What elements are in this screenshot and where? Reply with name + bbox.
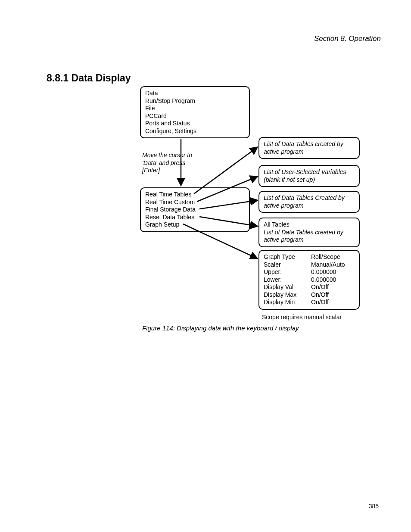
- right-box-4-line2: List of Data Tables created by active pr…: [264, 229, 355, 244]
- data-submenu-box: Real Time Tables Real Time Custom Final …: [140, 187, 250, 232]
- graph-setup-label: Upper:: [264, 268, 311, 276]
- menu-item: Configure, Settings: [145, 128, 245, 135]
- right-box-2-text: List of User-Selected Variables (blank i…: [264, 168, 346, 183]
- graph-setup-row: Display Max On/Off: [264, 291, 355, 299]
- page-number: 385: [369, 503, 379, 510]
- graph-setup-value: 0.000000: [311, 268, 336, 276]
- graph-setup-row: Upper: 0.000000: [264, 268, 355, 276]
- graph-setup-value: On/Off: [311, 283, 329, 291]
- right-box-2: List of User-Selected Variables (blank i…: [258, 165, 360, 187]
- graph-setup-label: Lower:: [264, 276, 311, 284]
- right-box-4: All Tables List of Data Tables created b…: [258, 218, 360, 247]
- menu-item: File: [145, 105, 245, 112]
- running-header: Section 8. Operation: [34, 34, 381, 45]
- graph-setup-box: Graph Type Roll/Scope Scaler Manual/Auto…: [258, 250, 360, 310]
- menu-item: Data: [145, 90, 245, 97]
- right-box-3-text: List of Data Tables Created by active pr…: [264, 194, 345, 209]
- right-box-3: List of Data Tables Created by active pr…: [258, 191, 360, 213]
- main-menu-box: Data Run/Stop Program File PCCard Ports …: [140, 86, 250, 138]
- graph-setup-value: Manual/Auto: [311, 261, 345, 269]
- menu-item: PCCard: [145, 112, 245, 120]
- right-box-4-line1: All Tables: [264, 221, 355, 229]
- graph-setup-label: Scaler: [264, 261, 311, 269]
- section-heading: 8.8.1 Data Display: [47, 72, 131, 84]
- graph-setup-label: Display Val: [264, 283, 311, 291]
- menu-item: Graph Setup: [145, 221, 245, 229]
- menu-item: Ports and Status: [145, 120, 245, 128]
- right-box-1: List of Data Tables created by active pr…: [258, 137, 360, 159]
- menu-item: Final Storage Data: [145, 206, 245, 214]
- menu-item: Real Time Tables: [145, 191, 245, 199]
- graph-setup-label: Display Max: [264, 291, 311, 299]
- menu-item: Reset Data Tables: [145, 214, 245, 221]
- right-box-1-text: List of Data Tables created by active pr…: [264, 140, 343, 155]
- page: Section 8. Operation 8.8.1 Data Display …: [0, 0, 411, 532]
- instruction-label: Move the cursor to 'Data' and press [Ent…: [142, 152, 198, 174]
- graph-setup-row: Lower: 0.000000: [264, 276, 355, 284]
- menu-item: Real Time Custom: [145, 199, 245, 206]
- section-header: Section 8. Operation: [34, 34, 381, 45]
- menu-item: Run/Stop Program: [145, 97, 245, 105]
- graph-setup-label: Graph Type: [264, 253, 311, 261]
- graph-setup-value: 0.000000: [311, 276, 336, 284]
- figure-caption: Figure 114: Displaying data with the key…: [142, 324, 299, 332]
- graph-setup-row: Scaler Manual/Auto: [264, 261, 355, 269]
- graph-setup-row: Display Val On/Off: [264, 283, 355, 291]
- graph-setup-value: On/Off: [311, 291, 329, 299]
- graph-setup-row: Display Min On/Off: [264, 299, 355, 306]
- graph-setup-label: Display Min: [264, 299, 311, 306]
- graph-setup-value: On/Off: [311, 299, 329, 306]
- graph-setup-row: Graph Type Roll/Scope: [264, 253, 355, 261]
- svg-line-1: [194, 147, 257, 194]
- scope-note: Scope requires manual scalar: [262, 314, 342, 320]
- graph-setup-value: Roll/Scope: [311, 253, 340, 261]
